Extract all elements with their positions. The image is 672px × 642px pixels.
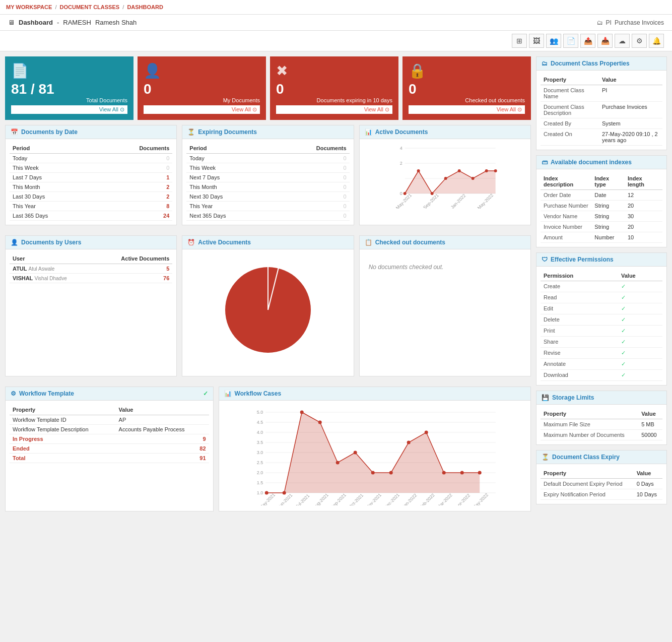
- index-icon: 🗃: [542, 159, 548, 166]
- toolbar: ⊞ 🖼 👥 📄 📤 📥 ☁ ⚙ 🔔: [0, 31, 672, 51]
- list-item: Workflow Template ID: [10, 415, 116, 425]
- list-item: In Progress: [10, 434, 116, 444]
- active-docs-svg: 4 2 0: [364, 143, 526, 209]
- list-item: 50000: [638, 430, 662, 440]
- docs-by-users-header: 👤 Documents by Users: [6, 236, 176, 249]
- list-item: 82: [116, 444, 209, 454]
- list-item: 0 Days: [634, 479, 662, 489]
- svg-text:Oct-2021: Oct-2021: [348, 493, 364, 505]
- active-docs-chart-header: 📊 Active Documents: [360, 125, 530, 139]
- active-docs-chart-body: 4 2 0: [360, 139, 530, 214]
- breadcrumb-dashboard: DASHBOARD: [127, 4, 163, 10]
- exp-docs-header: Documents: [275, 143, 350, 154]
- user-col-header: User: [10, 253, 95, 264]
- svg-text:5.0: 5.0: [256, 410, 263, 415]
- workflow-template-table: Property Value Workflow Template IDAPWor…: [10, 405, 209, 463]
- user-code: RAMESH: [63, 19, 91, 26]
- total-docs-number: 81 / 81: [11, 81, 54, 97]
- storage-prop-col: Property: [541, 409, 638, 419]
- list-item: 20: [625, 222, 662, 232]
- list-item: Next 365 Days: [186, 211, 274, 221]
- list-item: This Year: [10, 202, 97, 211]
- docs-by-users-table: User Active Documents ATUL Atul Aswale5V…: [10, 253, 172, 283]
- list-item: 91: [116, 454, 209, 463]
- breadcrumb-myworkspace[interactable]: MY WORKSPACE: [6, 4, 52, 10]
- toolbar-settings-btn[interactable]: ⚙: [632, 34, 647, 48]
- svg-point-15: [494, 169, 497, 172]
- prop-col: Property: [541, 75, 599, 85]
- props-icon: 🗂: [542, 60, 548, 67]
- checked-out-panel: 📋 Checked out documents No documents che…: [359, 235, 531, 376]
- list-item: Delete: [541, 314, 618, 326]
- list-item: Today: [186, 154, 274, 163]
- expiring-docs-label: Documents expiring in 10 days: [276, 97, 392, 103]
- list-item: 0: [97, 154, 173, 163]
- checked-out-body: No documents checked out.: [360, 249, 530, 285]
- workflow-template-panel: ⚙ Workflow Template ✓ Property Value W: [5, 387, 214, 511]
- toolbar-cloud-btn[interactable]: ☁: [615, 34, 630, 48]
- svg-text:Jan-2022: Jan-2022: [400, 493, 418, 505]
- svg-text:May-2022: May-2022: [472, 492, 489, 505]
- list-item: Date: [591, 190, 625, 201]
- list-item: 0: [275, 192, 350, 202]
- doc-class-expiry-table: Property Value Default Document Expiry P…: [541, 468, 662, 500]
- list-item: Purchase Number: [541, 201, 591, 211]
- pie-icon: ⏰: [187, 239, 195, 246]
- toolbar-export-btn[interactable]: 📤: [580, 34, 595, 48]
- docclass-name: Purchase Invoices: [615, 19, 664, 26]
- expiring-docs-number: 0: [276, 81, 284, 97]
- list-item: ✓: [618, 292, 662, 303]
- doc-indexes-table: Index description Index type Index lengt…: [541, 173, 662, 243]
- total-docs-label: Total Documents: [11, 97, 127, 103]
- idx-desc-col: Index description: [541, 173, 591, 190]
- header-user-info: 🖥 Dashboard - RAMESH Ramesh Shah: [8, 19, 137, 26]
- breadcrumb-docclasses[interactable]: DOCUMENT CLASSES: [60, 4, 120, 10]
- list-item: 0: [97, 163, 173, 173]
- header-docclass-info: 🗂 PI Purchase Invoices: [597, 19, 664, 26]
- doc-indexes-body: Index description Index type Index lengt…: [536, 169, 666, 247]
- svg-point-44: [300, 411, 303, 414]
- list-item: Last 365 Days: [10, 211, 97, 221]
- list-item: Created On: [541, 129, 599, 146]
- list-item: ✓: [618, 281, 662, 292]
- toolbar-upload-btn[interactable]: 📄: [563, 34, 578, 48]
- list-item: 30: [625, 211, 662, 222]
- idx-type-col: Index type: [591, 173, 625, 190]
- doc-class-props-title: Document Class Properties: [551, 60, 630, 67]
- workflow-cases-svg: 5.0 4.5 4.0 3.5 3.0 2.5 2.0 1.5 1.0: [223, 405, 526, 505]
- stats-row: 📅 Documents by Date Period Documents Tod…: [5, 125, 531, 230]
- list-item: Revise: [541, 348, 618, 359]
- toolbar-users-btn[interactable]: 👥: [546, 34, 561, 48]
- checked-out-viewall[interactable]: View All ⊙: [409, 105, 525, 114]
- expiring-docs-viewall[interactable]: View All ⊙: [276, 105, 392, 114]
- users-icon: 👤: [11, 239, 18, 246]
- list-item: 8: [97, 202, 173, 211]
- summary-cards: 📄 81 / 81 Total Documents View All ⊙ 👤 0…: [5, 56, 531, 120]
- total-docs-viewall[interactable]: View All ⊙: [11, 105, 127, 114]
- my-docs-viewall[interactable]: View All ⊙: [144, 105, 260, 114]
- list-item: Total: [10, 454, 116, 463]
- toolbar-grid-btn[interactable]: ⊞: [512, 34, 527, 48]
- permissions-title: Effective Permissions: [551, 256, 614, 263]
- list-item: This Month: [10, 182, 97, 192]
- svg-text:Aug-2021: Aug-2021: [312, 492, 329, 505]
- toolbar-import-btn[interactable]: 📥: [597, 34, 613, 48]
- main-content: 📄 81 / 81 Total Documents View All ⊙ 👤 0…: [0, 51, 672, 527]
- svg-point-50: [407, 441, 410, 444]
- active-docs-pie-title: Active Documents: [198, 239, 251, 246]
- list-item: ✓: [618, 303, 662, 314]
- docs-by-users-title: Documents by Users: [21, 239, 81, 246]
- list-item: Today: [10, 154, 97, 163]
- list-item: Expiry Notification Period: [541, 489, 634, 500]
- active-docs-pie-body: [182, 249, 353, 370]
- list-item: ✓: [618, 314, 662, 326]
- list-item: ✓: [618, 348, 662, 359]
- doc-indexes-title: Available document indexes: [551, 159, 632, 166]
- val-col: Value: [599, 75, 662, 85]
- list-item: 1: [97, 173, 173, 182]
- toolbar-notify-btn[interactable]: 🔔: [649, 34, 664, 48]
- svg-point-54: [478, 471, 481, 475]
- toolbar-image-btn[interactable]: 🖼: [529, 34, 544, 48]
- list-item: Next 30 Days: [186, 192, 274, 202]
- docs-by-date-body: Period Documents Today0This Week0Last 7 …: [6, 139, 176, 225]
